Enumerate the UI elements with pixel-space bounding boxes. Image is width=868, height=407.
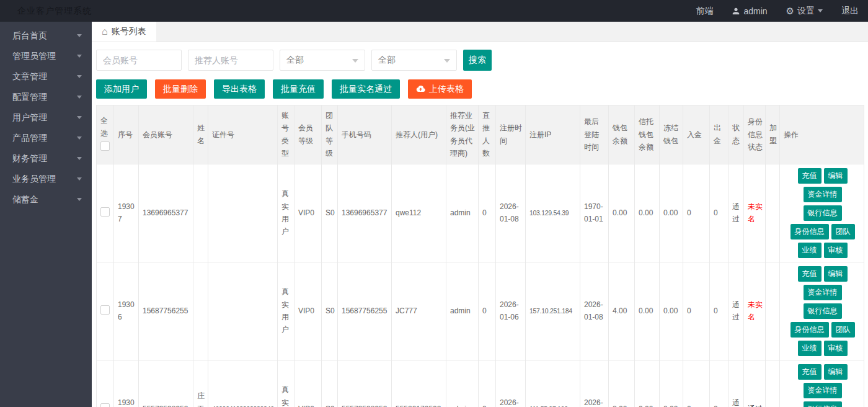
select-all-checkbox[interactable] <box>100 141 110 151</box>
sidebar-item-6[interactable]: 财务管理 <box>0 148 92 169</box>
column-header-phone: 手机号码 <box>338 105 392 164</box>
op-button[interactable]: 充值 <box>798 266 822 282</box>
action-button-2[interactable]: 导出表格 <box>214 79 265 99</box>
op-button[interactable]: 银行信息 <box>804 303 842 319</box>
op-button[interactable]: 业绩 <box>798 341 822 356</box>
cell-identity: 未实名 <box>744 262 766 360</box>
row-operations: 充值编辑资金详情银行信息身份信息团队业绩审核 <box>784 266 861 356</box>
chevron-down-icon <box>352 59 358 66</box>
op-button[interactable]: 充值 <box>798 364 822 380</box>
sidebar-item-1[interactable]: 管理员管理 <box>0 46 92 66</box>
column-label: 直推人数 <box>482 111 490 158</box>
cell-value-trust_wallet: 0.00 <box>639 306 653 315</box>
op-button[interactable]: 身份信息 <box>790 322 829 338</box>
action-button-1[interactable]: 批量删除 <box>155 79 206 99</box>
op-button[interactable]: 编辑 <box>824 266 848 282</box>
column-label: 身份信息状态 <box>748 117 763 151</box>
nav-user-menu[interactable]: admin <box>722 0 776 22</box>
cell-value-identity[interactable]: 通过 <box>748 405 763 407</box>
cell-value-account: 55573538952 <box>143 405 188 407</box>
op-button[interactable]: 身份信息 <box>790 224 829 239</box>
search-button[interactable]: 搜索 <box>463 50 492 71</box>
cell-value-vip: VIP0 <box>298 405 314 407</box>
member-account-input[interactable] <box>96 50 182 71</box>
cell-value-team: S0 <box>326 306 335 315</box>
sidebar-item-3[interactable]: 配置管理 <box>0 87 92 107</box>
cell-value-team: S0 <box>326 208 335 217</box>
sidebar-item-5[interactable]: 产品管理 <box>0 128 92 148</box>
cell-identity: 通过 <box>744 360 766 407</box>
op-button[interactable]: 银行信息 <box>804 401 842 407</box>
cell-value-identity: 未实名 <box>748 300 763 321</box>
sidebar-item-0[interactable]: 后台首页 <box>0 25 92 46</box>
cell-team: S0 <box>322 262 338 360</box>
cell-vip: VIP0 <box>294 164 322 262</box>
cell-value-wallet: 2.00 <box>613 405 627 407</box>
action-button-5[interactable]: 上传表格 <box>408 79 472 99</box>
sidebar-item-4[interactable]: 用户管理 <box>0 107 92 128</box>
tab-account-list[interactable]: ⌂ 账号列表 <box>92 22 156 42</box>
column-label: 信托钱包余额 <box>639 117 653 151</box>
row-checkbox[interactable] <box>100 403 110 407</box>
cell-value-last_login: 2026-01-01 <box>584 398 603 407</box>
cell-value-reg_time: 2026-01-06 <box>500 300 519 321</box>
row-checkbox[interactable] <box>100 305 110 315</box>
op-button[interactable]: 资金详情 <box>804 383 842 398</box>
op-button[interactable]: 资金详情 <box>804 187 842 202</box>
cell-value-withdraw: 0 <box>714 405 718 407</box>
op-button[interactable]: 充值 <box>798 168 822 184</box>
op-button[interactable]: 编辑 <box>824 364 848 380</box>
op-button[interactable]: 编辑 <box>824 168 848 184</box>
cell-ops: 充值编辑资金详情银行信息身份信息团队业绩审核 <box>780 262 864 360</box>
op-button[interactable]: 审核 <box>824 243 848 258</box>
column-header-agent: 推荐业务员(业务员代理商) <box>446 105 479 164</box>
nav-settings-menu[interactable]: ⚙ 设置 <box>777 0 832 22</box>
cell-seq: 19307 <box>114 164 139 262</box>
op-button[interactable]: 审核 <box>824 341 848 356</box>
cell-id_card: 460004198202080246 <box>208 360 278 407</box>
sidebar-item-label: 财务管理 <box>12 153 47 164</box>
cell-join <box>766 164 780 262</box>
cell-withdraw: 0 <box>710 262 728 360</box>
cell-join <box>766 360 780 407</box>
nav-frontend-link[interactable]: 前端 <box>686 0 722 22</box>
op-button[interactable]: 团队 <box>831 322 855 338</box>
cell-value-deposit: 0 <box>687 306 691 315</box>
cell-phone: 15687756255 <box>338 262 392 360</box>
sidebar-item-label: 储蓄金 <box>12 194 38 205</box>
column-header-reg_time: 注册时间 <box>496 105 526 164</box>
op-button[interactable]: 银行信息 <box>804 205 842 221</box>
filter-select-1[interactable]: 全部 <box>280 50 365 71</box>
sidebar-item-label: 业务员管理 <box>12 174 56 185</box>
action-button-label: 添加用户 <box>104 84 139 95</box>
row-checkbox[interactable] <box>100 207 110 217</box>
cell-account: 15687756255 <box>139 262 193 360</box>
column-header-frozen: 冻结钱包 <box>660 105 683 164</box>
cell-direct_count: 0 <box>479 262 496 360</box>
cell-select <box>97 164 114 262</box>
cell-value-trust_wallet: 0.00 <box>639 208 653 217</box>
cell-value-account_type: 真实用户 <box>281 189 289 236</box>
action-button-label: 上传表格 <box>429 84 464 95</box>
cell-reg_ip: 111.55.97.160 <box>526 360 580 407</box>
referrer-account-input[interactable] <box>188 50 273 71</box>
sidebar-item-2[interactable]: 文章管理 <box>0 66 92 87</box>
chevron-down-icon <box>77 177 82 183</box>
op-button[interactable]: 团队 <box>831 224 855 239</box>
chevron-down-icon <box>77 96 82 101</box>
cell-value-status: 通过 <box>732 398 740 407</box>
op-button[interactable]: 业绩 <box>798 243 822 258</box>
action-button-4[interactable]: 批量实名通过 <box>332 79 400 99</box>
nav-logout-link[interactable]: 退出 <box>832 0 868 22</box>
cell-last_login: 2026-01-01 <box>580 360 609 407</box>
action-button-0[interactable]: 添加用户 <box>96 79 147 99</box>
tab-label: 账号列表 <box>112 26 146 37</box>
action-button-3[interactable]: 批量充值 <box>273 79 324 99</box>
cell-reg_time: 2026-01-01 <box>496 360 526 407</box>
sidebar-item-7[interactable]: 业务员管理 <box>0 169 92 189</box>
filter-select-2[interactable]: 全部 <box>371 50 457 71</box>
select-value: 全部 <box>378 55 396 66</box>
cell-value-seq: 19305 <box>118 398 135 407</box>
op-button[interactable]: 资金详情 <box>804 285 842 300</box>
sidebar-item-8[interactable]: 储蓄金 <box>0 189 92 210</box>
